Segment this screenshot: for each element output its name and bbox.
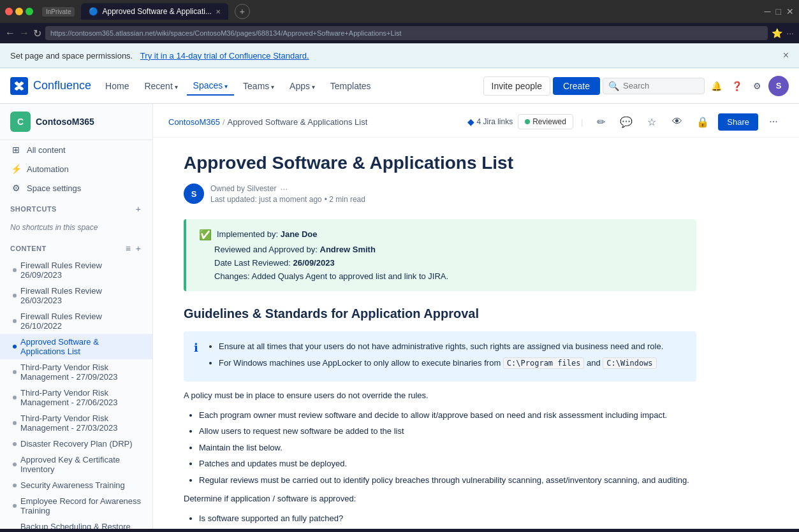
btn-close[interactable] bbox=[5, 8, 13, 15]
sidebar: C ContosoM365 ⊞ All content ⚡ Automation… bbox=[0, 104, 153, 529]
banner-text: Set page and space permissions. bbox=[10, 51, 133, 61]
browser-tab-active[interactable]: 🔵 Approved Software & Applicati... ✕ bbox=[81, 3, 228, 20]
body-text-policy: A policy must be in place to ensure user… bbox=[184, 389, 696, 403]
sidebar-item-automation[interactable]: ⚡ Automation bbox=[0, 159, 152, 178]
nav-home[interactable]: Home bbox=[99, 77, 135, 95]
invite-people-button[interactable]: Invite people bbox=[483, 76, 550, 96]
address-input[interactable] bbox=[45, 26, 768, 40]
content-item-10[interactable]: Employee Record for Awareness Training bbox=[0, 493, 152, 519]
shortcuts-add-btn[interactable]: + bbox=[135, 203, 142, 215]
changes-label: Changes: bbox=[214, 271, 252, 281]
page-body: Approved Software & Applications List S … bbox=[153, 138, 727, 529]
nav-teams[interactable]: Teams bbox=[237, 77, 281, 95]
content-add-btn[interactable]: + bbox=[135, 242, 142, 255]
create-button[interactable]: Create bbox=[553, 77, 600, 95]
top-navbar: Confluence Home Recent Spaces Teams Apps… bbox=[0, 68, 799, 104]
content-item-3-active[interactable]: Approved Software & Applications List bbox=[0, 334, 152, 359]
confluence-logo[interactable]: Confluence bbox=[10, 77, 91, 95]
settings-btn[interactable]: ⚙ bbox=[748, 77, 766, 95]
search-input[interactable] bbox=[623, 81, 699, 90]
body-list: Each program owner must review software … bbox=[184, 409, 696, 487]
check-icon: ✅ bbox=[199, 229, 212, 241]
bullet-icon bbox=[13, 294, 17, 298]
meta-options-btn[interactable]: ··· bbox=[280, 183, 288, 194]
address-bar: ← → ↻ ⭐ ··· bbox=[0, 23, 799, 43]
breadcrumb-bar: ContosoM365 / Approved Software & Applic… bbox=[153, 104, 799, 138]
content-item-label: Firewall Rules Review 26/10/2022 bbox=[20, 312, 142, 331]
refresh-btn[interactable]: ↻ bbox=[33, 27, 41, 40]
btn-maximize[interactable] bbox=[26, 8, 33, 15]
minimize-window-btn[interactable]: ─ bbox=[765, 6, 771, 17]
status-badge[interactable]: Reviewed bbox=[518, 114, 573, 129]
page-meta: S Owned by Silvester ··· Last updated: j… bbox=[184, 183, 696, 204]
bullet-icon bbox=[13, 463, 17, 466]
content-item-7[interactable]: Disaster Recovery Plan (DRP) bbox=[0, 436, 152, 452]
more-actions-btn[interactable]: ··· bbox=[763, 111, 784, 132]
shortcuts-label: SHORTCUTS bbox=[10, 205, 57, 213]
content-filter-btn[interactable]: ≡ bbox=[124, 242, 132, 255]
content-item-8[interactable]: Approved Key & Certificate Inventory bbox=[0, 452, 152, 477]
btn-minimize[interactable] bbox=[15, 8, 23, 15]
logo-text: Confluence bbox=[33, 79, 91, 92]
close-window-btn[interactable]: ✕ bbox=[786, 6, 794, 17]
nav-templates[interactable]: Templates bbox=[324, 77, 378, 95]
jira-links-text: 4 Jira links bbox=[477, 117, 513, 126]
bullet-icon bbox=[13, 484, 17, 487]
help-btn[interactable]: ❓ bbox=[728, 77, 745, 95]
content-item-1[interactable]: Firewall Rules Review 26/03/2023 bbox=[0, 283, 152, 308]
content-item-0[interactable]: Firewall Rules Review 26/09/2023 bbox=[0, 257, 152, 283]
content-item-4[interactable]: Third-Party Vendor Risk Management - 27/… bbox=[0, 359, 152, 385]
sidebar-item-label: All content bbox=[27, 145, 66, 155]
info-box: ✅ Implemented by: Jane Doe Reviewed and … bbox=[184, 219, 696, 291]
space-header[interactable]: C ContosoM365 bbox=[0, 104, 152, 140]
banner-close-btn[interactable]: × bbox=[783, 50, 789, 61]
jira-links[interactable]: ◆ 4 Jira links bbox=[467, 117, 513, 127]
content-item-6[interactable]: Third-Party Vendor Risk Management - 27/… bbox=[0, 410, 152, 436]
content-item-label: Approved Key & Certificate Inventory bbox=[20, 455, 142, 474]
search-icon: 🔍 bbox=[608, 81, 619, 91]
share-button[interactable]: Share bbox=[718, 113, 758, 131]
bullet-icon bbox=[13, 268, 17, 272]
content-item-label: Approved Software & Applications List bbox=[20, 337, 142, 356]
announcement-banner: Set page and space permissions. Try it i… bbox=[0, 43, 799, 68]
watch-btn[interactable]: 👁 bbox=[667, 111, 687, 132]
extensions-btn[interactable]: ⭐ bbox=[772, 28, 782, 38]
determine-list: Is software supported an fully patched? … bbox=[184, 512, 696, 529]
nav-spaces[interactable]: Spaces bbox=[187, 76, 234, 96]
content-item-label: Third-Party Vendor Risk Management - 27/… bbox=[20, 388, 142, 407]
breadcrumb-space-link[interactable]: ContosoM365 bbox=[168, 117, 220, 127]
sidebar-item-label: Automation bbox=[27, 164, 69, 174]
settings-btn[interactable]: ··· bbox=[786, 28, 794, 38]
content-item-11[interactable]: Backup Scheduling & Restore Procedure bbox=[0, 519, 152, 529]
comment-btn[interactable]: 💬 bbox=[616, 111, 636, 132]
info-row-reviewed: Reviewed and Approved by: Andrew Smith bbox=[199, 245, 684, 254]
owned-by-text: Owned by Silvester bbox=[210, 184, 276, 193]
back-btn[interactable]: ← bbox=[5, 27, 15, 39]
reviewed-label: Reviewed and Approved by: bbox=[214, 245, 320, 254]
restrict-btn[interactable]: 🔒 bbox=[693, 111, 713, 132]
nav-apps[interactable]: Apps bbox=[283, 77, 321, 95]
sidebar-item-all-content[interactable]: ⊞ All content bbox=[0, 140, 152, 159]
nav-recent[interactable]: Recent bbox=[138, 77, 184, 95]
tab-close-btn[interactable]: ✕ bbox=[216, 8, 221, 15]
body-list-item-2: Maintain the list below. bbox=[199, 442, 696, 454]
content-item-label: Security Awareness Training bbox=[20, 480, 125, 490]
user-avatar[interactable]: S bbox=[768, 76, 789, 96]
date-label: Date Last Reviewed: bbox=[214, 258, 293, 268]
forward-btn[interactable]: → bbox=[19, 27, 29, 39]
content-item-5[interactable]: Third-Party Vendor Risk Management - 27/… bbox=[0, 385, 152, 410]
sidebar-item-space-settings[interactable]: ⚙ Space settings bbox=[0, 178, 152, 198]
content-item-2[interactable]: Firewall Rules Review 26/10/2022 bbox=[0, 308, 152, 334]
content-item-9[interactable]: Security Awareness Training bbox=[0, 477, 152, 493]
star-btn[interactable]: ☆ bbox=[641, 111, 662, 132]
new-tab-btn[interactable]: + bbox=[235, 4, 250, 19]
space-icon: C bbox=[10, 111, 31, 132]
code-path2: C:\Windows bbox=[603, 357, 656, 369]
settings-icon: ⚙ bbox=[10, 183, 22, 193]
notification-bell-btn[interactable]: 🔔 bbox=[707, 77, 725, 95]
restore-window-btn[interactable]: □ bbox=[776, 6, 781, 17]
sidebar-item-label: Space settings bbox=[27, 183, 81, 193]
banner-link[interactable]: Try it in a 14-day trial of Confluence S… bbox=[140, 51, 309, 61]
search-box[interactable]: 🔍 bbox=[603, 78, 705, 94]
edit-btn[interactable]: ✏ bbox=[590, 111, 611, 132]
